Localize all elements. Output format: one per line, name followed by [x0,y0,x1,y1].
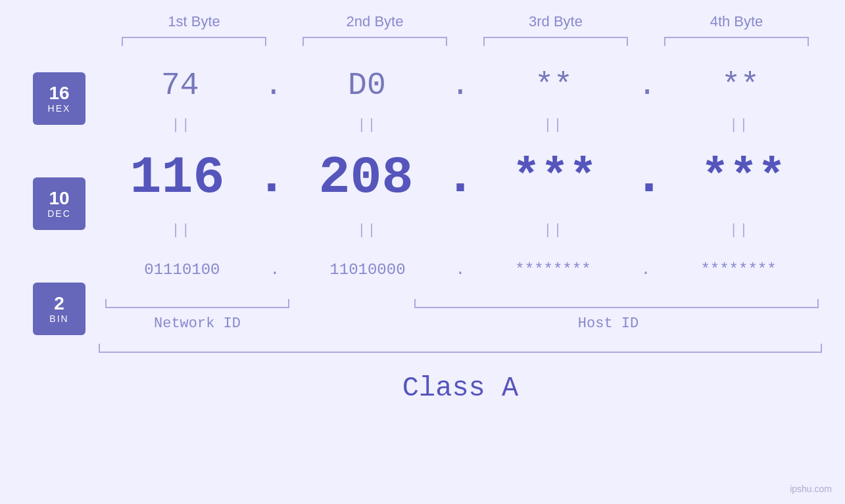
dec-dot-3: . [633,151,665,204]
dec-cell-1: 116 [99,148,256,208]
dec-cell-2: 208 [287,148,445,208]
badge-hex: 16 HEX [33,72,85,125]
bin-cell-2: 11010000 [289,261,447,279]
byte-header-2: 2nd Byte [296,13,454,30]
sep-row-dec-bin: || || || || [99,217,822,243]
bin-cell-4: ******** [660,261,817,279]
dec-row: 116 . 208 . *** . *** [99,138,822,217]
bracket-3 [483,37,628,46]
hex-value-4: ** [721,68,760,103]
class-label: Class A [402,373,518,404]
bracket-4 [664,37,809,46]
badges-column: 16 HEX 10 DEC 2 BIN [0,59,85,335]
hex-dot-1: . [264,68,283,103]
network-id-bracket [105,299,289,308]
sep-4: || [660,117,818,133]
dec-dot-1: . [256,151,287,204]
badge-dec-label: DEC [47,208,71,219]
hex-value-2: D0 [348,68,386,103]
full-bracket-row [99,344,822,353]
id-labels-row: Network ID Host ID [99,315,822,338]
sep-b-4: || [660,222,818,239]
network-id-label: Network ID [99,315,296,332]
dec-cell-3: *** [476,150,633,204]
sep-b-2: || [289,222,447,239]
sep-row-hex-dec: || || || || [99,112,822,138]
bin-row: 01110100 . 11010000 . ******** . *******… [99,243,822,296]
class-row: Class A [99,373,822,404]
hex-row: 74 . D0 . ** . ** [99,59,822,112]
hex-cell-3: ** [475,68,633,103]
dec-value-1: 116 [130,148,224,208]
bin-value-2: 11010000 [329,261,405,279]
badge-bin-number: 2 [54,294,64,314]
byte-header-4: 4th Byte [658,13,815,30]
hex-cell-2: D0 [288,68,446,103]
hex-cell-4: ** [662,68,819,103]
dec-value-3: *** [512,150,598,204]
bracket-2 [302,37,447,46]
bin-cell-3: ******** [474,261,632,279]
badge-dec: 10 DEC [33,177,85,230]
bin-value-3: ******** [515,261,591,279]
bracket-1 [122,37,266,46]
data-area: 74 . D0 . ** . ** || || [85,59,845,404]
top-brackets [104,37,827,46]
dec-value-4: *** [701,150,786,204]
sep-b-1: || [103,222,260,239]
hex-dot-2: . [451,68,470,103]
sep-2: || [289,117,447,133]
bin-value-4: ******** [700,261,776,279]
badge-bin-label: BIN [49,313,68,324]
hex-dot-3: . [638,68,657,103]
dec-dot-2: . [445,151,476,204]
sep-3: || [474,117,632,133]
bin-dot-1: . [270,261,279,279]
watermark: ipshu.com [790,484,832,494]
host-id-bracket [414,299,819,308]
bin-value-1: 01110100 [144,261,220,279]
byte-header-3: 3rd Byte [477,13,635,30]
hex-value-1: 74 [161,68,199,103]
badge-bin: 2 BIN [33,283,85,335]
main-container: 1st Byte 2nd Byte 3rd Byte 4th Byte 16 H… [0,0,845,504]
badge-hex-label: HEX [48,103,71,114]
full-bracket [99,344,822,353]
dec-cell-4: *** [665,150,822,204]
hex-cell-1: 74 [101,68,259,103]
byte-header-1: 1st Byte [115,13,273,30]
bin-cell-1: 01110100 [103,261,261,279]
content-area: 16 HEX 10 DEC 2 BIN 74 . D0 [0,59,845,404]
badge-dec-number: 10 [49,189,69,209]
sep-b-3: || [474,222,632,239]
bin-dot-2: . [456,261,465,279]
hex-value-3: ** [535,68,573,103]
sep-1: || [103,117,260,133]
bin-dot-3: . [641,261,650,279]
badge-hex-number: 16 [49,83,69,104]
dec-value-2: 208 [318,148,413,208]
byte-headers: 1st Byte 2nd Byte 3rd Byte 4th Byte [104,13,827,30]
host-id-label: Host ID [395,315,822,332]
bottom-brackets-container [99,299,822,312]
